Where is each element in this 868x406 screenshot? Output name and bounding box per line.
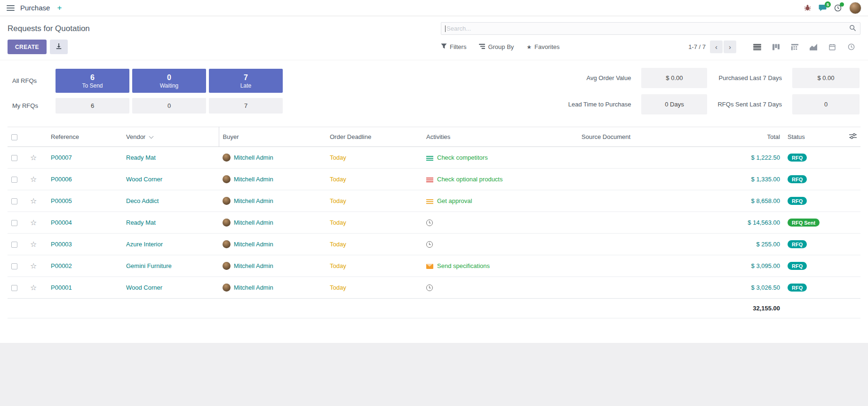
favorites-button[interactable]: ★ Favorites [526,43,559,50]
activity-cell[interactable] [422,234,578,255]
column-options-icon[interactable] [839,127,860,147]
activity-cell[interactable]: Check optional products [422,169,578,190]
group-by-button[interactable]: Group By [479,43,514,51]
reference-link[interactable]: P00001 [51,284,72,291]
activity-cell[interactable]: Check competitors [422,147,578,169]
activity-type-icon [426,219,433,226]
activity-cell[interactable]: Send specifications [422,255,578,277]
tile-late[interactable]: 7 Late [209,69,283,93]
my-tile-to-send[interactable]: 6 [56,98,129,114]
row-star-cell[interactable] [26,234,47,255]
row-checkbox[interactable] [11,285,17,291]
pager-previous-button[interactable] [710,41,723,53]
activities-icon[interactable] [834,4,842,12]
list-view-button[interactable] [748,40,766,54]
vendor-link[interactable]: Deco Addict [126,197,159,204]
table-row[interactable]: P00002 Gemini Furniture Mitchell Admin T… [8,255,860,277]
reference-link[interactable]: P00007 [51,154,72,161]
reference-link[interactable]: P00002 [51,262,72,269]
column-header-total[interactable]: Total [694,127,784,147]
column-header-buyer[interactable]: Buyer [219,127,326,147]
vendor-link[interactable]: Azure Interior [126,241,163,248]
row-checkbox[interactable] [11,263,17,269]
table-row[interactable]: P00007 Ready Mat Mitchell Admin Today Ch… [8,147,860,169]
menu-icon[interactable] [7,5,15,11]
search-icon[interactable] [849,24,856,33]
favorite-star-icon[interactable] [30,176,37,183]
table-row[interactable]: P00006 Wood Corner Mitchell Admin Today … [8,169,860,190]
row-select-cell[interactable] [8,255,26,277]
row-select-cell[interactable] [8,190,26,212]
buyer-cell: Mitchell Admin [219,277,326,299]
activity-view-button[interactable] [842,40,860,54]
search-input[interactable] [446,25,849,32]
favorite-star-icon[interactable] [30,154,37,162]
row-checkbox[interactable] [11,242,17,248]
row-select-cell[interactable] [8,147,26,169]
row-star-cell[interactable] [26,190,47,212]
all-rfqs-label[interactable]: All RFQs [8,77,53,84]
search-box[interactable] [441,22,860,35]
row-checkbox[interactable] [11,220,17,226]
activity-cell[interactable] [422,212,578,234]
graph-view-button[interactable] [804,40,823,54]
create-button[interactable]: CREATE [8,40,47,54]
table-row[interactable]: P00003 Azure Interior Mitchell Admin Tod… [8,234,860,255]
vendor-link[interactable]: Wood Corner [126,176,162,183]
column-header-order-deadline[interactable]: Order Deadline [326,127,422,147]
row-star-cell[interactable] [26,277,47,299]
row-select-cell[interactable] [8,169,26,190]
new-tab-button[interactable]: + [57,4,62,12]
row-star-cell[interactable] [26,169,47,190]
favorite-star-icon[interactable] [30,241,37,248]
row-select-cell[interactable] [8,234,26,255]
activity-cell[interactable] [422,277,578,299]
kanban-view-button[interactable] [766,40,785,54]
favorite-star-icon[interactable] [30,198,37,205]
table-row[interactable]: P00004 Ready Mat Mitchell Admin Today $ … [8,212,860,234]
row-star-cell[interactable] [26,147,47,169]
export-button[interactable] [50,40,68,54]
reference-link[interactable]: P00006 [51,176,72,183]
row-star-cell[interactable] [26,212,47,234]
favorite-star-icon[interactable] [30,263,37,270]
column-header-reference[interactable]: Reference [47,127,122,147]
my-tile-waiting[interactable]: 0 [132,98,206,114]
column-header-activities[interactable]: Activities [422,127,578,147]
vendor-link[interactable]: Gemini Furniture [126,262,172,269]
reference-link[interactable]: P00005 [51,197,72,204]
vendor-link[interactable]: Wood Corner [126,284,162,291]
column-header-source-document[interactable]: Source Document [578,127,694,147]
activity-cell[interactable]: Get approval [422,190,578,212]
table-row[interactable]: P00005 Deco Addict Mitchell Admin Today … [8,190,860,212]
filters-button[interactable]: Filters [441,43,466,51]
calendar-view-button[interactable] [823,40,842,54]
row-star-cell[interactable] [26,255,47,277]
bug-icon[interactable] [804,4,811,11]
reference-link[interactable]: P00004 [51,219,72,226]
favorite-star-icon[interactable] [30,284,37,292]
my-rfqs-label[interactable]: My RFQs [8,102,53,109]
favorite-star-icon[interactable] [30,219,37,227]
pager-next-button[interactable] [724,41,736,53]
column-header-vendor[interactable]: Vendor [122,127,219,147]
tile-waiting[interactable]: 0 Waiting [132,69,206,93]
messages-icon[interactable]: 5 [819,4,827,11]
row-checkbox[interactable] [11,198,17,204]
vendor-link[interactable]: Ready Mat [126,154,156,161]
row-checkbox[interactable] [11,155,17,161]
tile-to-send[interactable]: 6 To Send [56,69,129,93]
select-all-checkbox[interactable] [8,127,26,147]
my-tile-late[interactable]: 7 [209,98,283,114]
row-select-cell[interactable] [8,277,26,299]
user-avatar[interactable] [849,2,861,14]
vendor-link[interactable]: Ready Mat [126,219,156,226]
buyer-cell: Mitchell Admin [219,190,326,212]
app-name[interactable]: Purchase [20,4,50,12]
row-select-cell[interactable] [8,212,26,234]
row-checkbox[interactable] [11,177,17,183]
pivot-view-button[interactable] [785,40,804,54]
column-header-status[interactable]: Status [784,127,839,147]
table-row[interactable]: P00001 Wood Corner Mitchell Admin Today … [8,277,860,299]
reference-link[interactable]: P00003 [51,241,72,248]
